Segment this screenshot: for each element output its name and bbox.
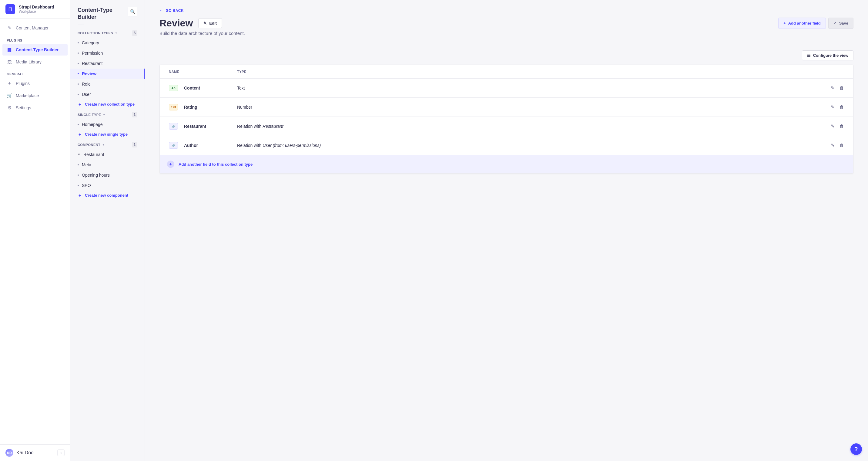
add-field-footer[interactable]: + Add another field to this collection t… xyxy=(160,155,853,173)
item-label: Restaurant xyxy=(83,152,104,157)
edit-label: Edit xyxy=(209,21,217,26)
table-header: NAME TYPE xyxy=(160,65,853,78)
pencil-icon: ✎ xyxy=(204,21,207,26)
cart-icon: 🛒 xyxy=(7,93,12,98)
plus-icon: + xyxy=(783,21,786,26)
item-label: Permission xyxy=(82,51,103,56)
component-item-meta[interactable]: Meta xyxy=(70,160,145,170)
nav-label: Plugins xyxy=(16,81,30,86)
collection-item-review[interactable]: Review xyxy=(70,68,145,79)
delete-field-button[interactable]: 🗑 xyxy=(839,85,844,91)
page-title: Review xyxy=(159,18,193,29)
create-single-type[interactable]: + Create new single type xyxy=(70,129,145,140)
nav-label: Marketplace xyxy=(16,93,39,98)
bullet-icon xyxy=(78,185,79,186)
bullet-icon xyxy=(78,53,79,54)
bullet-icon xyxy=(78,83,79,85)
divider xyxy=(78,25,84,25)
nav-marketplace[interactable]: 🛒 Marketplace xyxy=(2,90,68,102)
bullet-icon xyxy=(78,164,79,165)
field-row: 🔗RestaurantRelation with Restaurant✎🗑 xyxy=(160,117,853,136)
brand-title: Strapi Dashboard xyxy=(19,4,54,9)
field-name: Author xyxy=(184,143,237,148)
nav-section-plugins: PLUGINS xyxy=(2,34,68,44)
nav-media-library[interactable]: 🖼 Media Library xyxy=(2,56,68,67)
item-label: Restaurant xyxy=(82,61,102,66)
component-item-restaurant[interactable]: ▼Restaurant xyxy=(70,149,145,160)
delete-field-button[interactable]: 🗑 xyxy=(839,105,844,110)
bullet-icon xyxy=(78,42,79,44)
nav-plugins[interactable]: ✦ Plugins xyxy=(2,78,68,89)
component-item-opening-hours[interactable]: Opening hours xyxy=(70,170,145,180)
caret-down-icon: ▼ xyxy=(115,32,117,35)
check-icon: ✓ xyxy=(833,21,837,26)
edit-field-button[interactable]: ✎ xyxy=(831,143,835,148)
field-type: Text xyxy=(237,86,817,90)
nav-settings[interactable]: ⚙ Settings xyxy=(2,102,68,114)
item-label: Role xyxy=(82,82,91,86)
search-button[interactable]: 🔍 xyxy=(128,7,137,17)
save-button[interactable]: ✓ Save xyxy=(828,18,854,29)
create-collection-type[interactable]: + Create new collection type xyxy=(70,99,145,110)
configure-view-button[interactable]: ☰ Configure the view xyxy=(802,50,854,60)
help-button[interactable]: ? xyxy=(850,443,862,455)
chevron-left-icon: ‹ xyxy=(60,451,62,455)
nav-content-manager[interactable]: ✎ Content Manager xyxy=(2,22,68,34)
delete-field-button[interactable]: 🗑 xyxy=(839,123,844,129)
field-name: Restaurant xyxy=(184,124,237,129)
add-label: Create new single type xyxy=(85,132,128,137)
item-label: Opening hours xyxy=(82,173,110,177)
bullet-icon xyxy=(78,63,79,64)
collection-item-restaurant[interactable]: Restaurant xyxy=(70,58,145,68)
field-type-badge: 123 xyxy=(169,104,178,111)
nav-label: Content Manager xyxy=(16,26,49,30)
bullet-icon xyxy=(78,124,79,125)
section-collection-types[interactable]: COLLECTION TYPES▼ 6 xyxy=(70,29,145,38)
user-avatar[interactable]: KD xyxy=(5,449,13,457)
fields-table: NAME TYPE AbContentText✎🗑123RatingNumber… xyxy=(159,65,854,174)
plus-icon: + xyxy=(78,193,82,198)
secondary-panel: Content-Type Builder 🔍 COLLECTION TYPES▼… xyxy=(70,0,145,461)
pencil-square-icon: ✎ xyxy=(7,25,12,31)
nav-content-type-builder[interactable]: ▦ Content-Type Builder xyxy=(2,44,68,56)
delete-field-button[interactable]: 🗑 xyxy=(839,143,844,148)
search-icon: 🔍 xyxy=(130,9,135,14)
field-type-badge: 🔗 xyxy=(169,142,178,149)
main-content: ← GO BACK Review ✎ Edit + Add another fi… xyxy=(145,0,868,461)
layout-icon: ☰ xyxy=(807,53,811,58)
section-component[interactable]: COMPONENT▼ 1 xyxy=(70,140,145,149)
nav-label: Media Library xyxy=(16,59,41,64)
brand: ⊓ Strapi Dashboard Workplace xyxy=(0,0,70,19)
component-item-seo[interactable]: SEO xyxy=(70,180,145,191)
nav-section-general: GENERAL xyxy=(2,68,68,78)
section-single-type[interactable]: SINGLE TYPE▼ 1 xyxy=(70,110,145,119)
plus-circle-icon: + xyxy=(167,161,174,168)
collection-item-category[interactable]: Category xyxy=(70,38,145,48)
arrow-left-icon: ← xyxy=(159,8,163,13)
collapse-sidebar-button[interactable]: ‹ xyxy=(57,450,65,456)
main-sidebar: ⊓ Strapi Dashboard Workplace ✎ Content M… xyxy=(0,0,70,461)
item-label: Meta xyxy=(82,162,91,167)
grid-icon: ▦ xyxy=(7,47,12,53)
image-icon: 🖼 xyxy=(7,59,12,64)
section-label: SINGLE TYPE xyxy=(78,113,101,117)
edit-field-button[interactable]: ✎ xyxy=(831,123,835,129)
single-item-homepage[interactable]: Homepage xyxy=(70,119,145,129)
puzzle-icon: ✦ xyxy=(7,81,12,86)
field-row: 123RatingNumber✎🗑 xyxy=(160,97,853,117)
collection-item-permission[interactable]: Permission xyxy=(70,48,145,58)
field-name: Rating xyxy=(184,105,237,110)
collection-item-role[interactable]: Role xyxy=(70,79,145,89)
add-label: Create new collection type xyxy=(85,102,134,107)
edit-button[interactable]: ✎ Edit xyxy=(198,18,222,28)
add-field-button[interactable]: + Add another field xyxy=(778,18,826,29)
go-back-link[interactable]: ← GO BACK xyxy=(159,8,854,13)
nav-label: Content-Type Builder xyxy=(16,47,59,52)
field-type: Number xyxy=(237,105,817,110)
create-component[interactable]: + Create new component xyxy=(70,191,145,201)
edit-field-button[interactable]: ✎ xyxy=(831,85,835,91)
field-type-badge: Ab xyxy=(169,85,178,91)
field-type: Relation with User (from: users-permissi… xyxy=(237,143,817,148)
edit-field-button[interactable]: ✎ xyxy=(831,105,835,110)
collection-item-user[interactable]: User xyxy=(70,89,145,99)
